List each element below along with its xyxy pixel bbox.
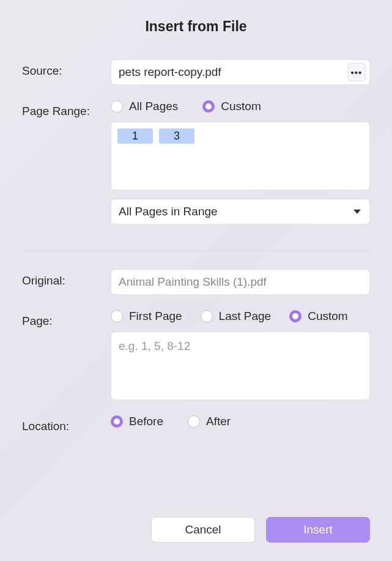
location-before-label: Before [129, 415, 163, 428]
radio-icon [202, 100, 215, 113]
source-label: Source: [22, 59, 111, 78]
divider [22, 250, 370, 251]
chevron-down-icon [353, 210, 361, 214]
page-row: Page: First Page Last Page Custom [22, 310, 370, 400]
button-row: Cancel Insert [22, 505, 370, 543]
original-label: Original: [22, 269, 111, 288]
page-last-option[interactable]: Last Page [201, 310, 272, 323]
page-first-label: First Page [129, 310, 182, 323]
page-last-label: Last Page [219, 310, 272, 323]
page-first-option[interactable]: First Page [111, 310, 182, 323]
source-value: pets report-copy.pdf [119, 65, 221, 79]
radio-icon [111, 100, 123, 113]
page-range-custom-option[interactable]: Custom [202, 100, 261, 113]
location-radio-group: Before After [111, 415, 370, 428]
page-custom-option[interactable]: Custom [289, 310, 347, 323]
page-range-radio-group: All Pages Custom [111, 100, 370, 113]
page-range-filter-value: All Pages in Range [119, 205, 218, 218]
radio-icon [289, 310, 301, 322]
location-label: Location: [22, 415, 111, 433]
original-input: Animal Painting Skills (1).pdf [111, 269, 370, 295]
page-range-all-label: All Pages [129, 100, 178, 113]
dialog-title: Insert from File [22, 18, 370, 35]
page-custom-input[interactable] [111, 332, 370, 400]
original-value: Animal Painting Skills (1).pdf [119, 275, 267, 289]
page-range-label: Page Range: [22, 100, 111, 118]
page-label: Page: [22, 310, 111, 328]
more-icon[interactable]: ••• [347, 63, 366, 81]
insert-button[interactable]: Insert [266, 517, 370, 543]
location-row: Location: Before After [22, 415, 370, 433]
page-range-filter-select[interactable]: All Pages in Range [111, 199, 370, 225]
radio-icon [188, 415, 200, 428]
source-row: Source: pets report-copy.pdf ••• [22, 59, 370, 85]
page-chip[interactable]: 1 [117, 128, 153, 144]
location-before-option[interactable]: Before [111, 415, 163, 428]
page-custom-label: Custom [308, 310, 347, 323]
radio-icon [201, 310, 213, 322]
page-radio-group: First Page Last Page Custom [111, 310, 370, 323]
original-row: Original: Animal Painting Skills (1).pdf [22, 269, 370, 295]
source-input[interactable]: pets report-copy.pdf ••• [111, 59, 370, 85]
page-range-row: Page Range: All Pages Custom 1 3 All Pag… [22, 100, 370, 225]
page-chip[interactable]: 3 [159, 128, 194, 144]
radio-icon [111, 310, 123, 322]
page-range-custom-label: Custom [221, 100, 261, 113]
location-after-label: After [206, 415, 231, 428]
page-range-input[interactable]: 1 3 [111, 122, 370, 190]
radio-icon [111, 415, 123, 428]
location-after-option[interactable]: After [188, 415, 231, 428]
cancel-button[interactable]: Cancel [151, 517, 255, 543]
page-range-all-option[interactable]: All Pages [111, 100, 178, 113]
